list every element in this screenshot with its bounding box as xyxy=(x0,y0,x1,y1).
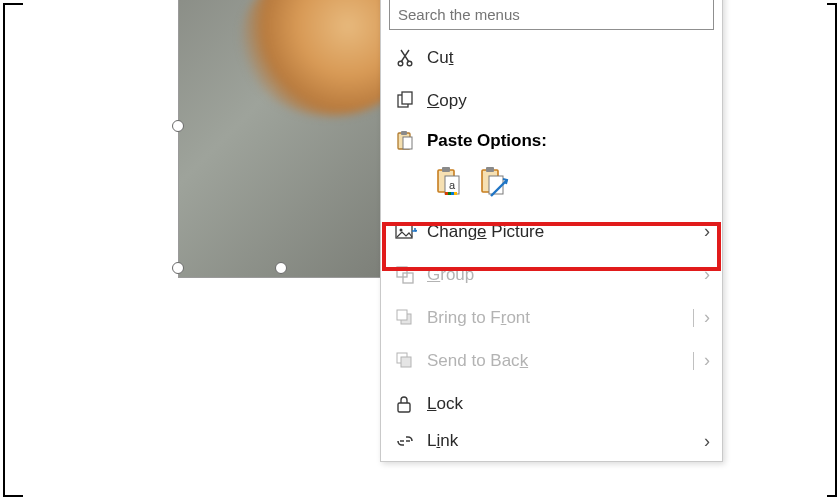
chevron-right-icon: › xyxy=(704,221,710,242)
resize-handle-bl[interactable] xyxy=(172,262,184,274)
copy-icon xyxy=(395,89,427,113)
link-icon xyxy=(395,429,427,453)
chevron-right-icon: › xyxy=(704,350,710,371)
menu-label: Cut xyxy=(427,48,710,68)
menu-item-copy[interactable]: Copy xyxy=(381,79,722,122)
menu-item-send-to-back: Send to Back › xyxy=(381,339,722,382)
svg-rect-12 xyxy=(448,192,451,195)
menu-item-cut[interactable]: Cut xyxy=(381,36,722,79)
svg-rect-6 xyxy=(403,137,412,149)
menu-item-link[interactable]: Link › xyxy=(381,425,722,457)
cut-icon xyxy=(395,46,427,70)
bring-to-front-icon xyxy=(395,306,427,330)
svg-rect-5 xyxy=(401,131,407,135)
menu-search-input[interactable] xyxy=(389,0,714,30)
menu-label: Bring to Front xyxy=(427,308,693,328)
chevron-right-icon: › xyxy=(704,431,710,452)
split-divider xyxy=(693,309,694,327)
menu-label: Link xyxy=(427,431,704,451)
svg-point-19 xyxy=(400,228,403,231)
svg-rect-21 xyxy=(403,273,413,283)
svg-rect-11 xyxy=(445,192,448,195)
menu-label: Change Picture xyxy=(427,222,704,242)
svg-rect-13 xyxy=(451,192,454,195)
menu-search-row xyxy=(381,0,722,36)
svg-rect-14 xyxy=(454,192,457,195)
paste-option-keep-source[interactable]: a xyxy=(435,166,465,198)
menu-item-group: Group › xyxy=(381,253,722,296)
svg-rect-8 xyxy=(442,167,450,172)
paste-option-picture[interactable] xyxy=(479,166,509,198)
menu-item-lock[interactable]: Lock xyxy=(381,382,722,425)
menu-label: Paste Options: xyxy=(427,131,710,151)
svg-rect-25 xyxy=(401,357,411,367)
resize-handle-bottom[interactable] xyxy=(275,262,287,274)
document-page: Cut Copy xyxy=(23,0,827,500)
chevron-right-icon: › xyxy=(704,264,710,285)
send-to-back-icon xyxy=(395,349,427,373)
svg-rect-20 xyxy=(397,267,407,277)
paste-icon xyxy=(395,129,427,153)
menu-label: Lock xyxy=(427,394,710,414)
svg-point-1 xyxy=(407,61,412,66)
lock-icon xyxy=(395,392,427,416)
svg-text:a: a xyxy=(449,179,456,191)
svg-point-0 xyxy=(398,61,403,66)
chevron-right-icon: › xyxy=(704,307,710,328)
svg-rect-26 xyxy=(398,403,410,412)
selected-picture[interactable] xyxy=(178,0,381,278)
menu-label: Copy xyxy=(427,91,710,111)
screenshot-frame: Cut Copy xyxy=(3,3,837,497)
menu-label: Group xyxy=(427,265,704,285)
menu-label: Send to Back xyxy=(427,351,693,371)
group-icon xyxy=(395,263,427,287)
change-picture-icon xyxy=(395,220,427,244)
resize-handle-left[interactable] xyxy=(172,120,184,132)
menu-item-change-picture[interactable]: Change Picture › xyxy=(381,210,722,253)
svg-rect-23 xyxy=(397,310,407,320)
menu-item-bring-to-front: Bring to Front › xyxy=(381,296,722,339)
context-menu: Cut Copy xyxy=(380,0,723,462)
svg-rect-3 xyxy=(402,92,412,104)
svg-rect-16 xyxy=(486,167,494,172)
paste-options-row: a xyxy=(381,160,722,210)
menu-item-paste-options: Paste Options: xyxy=(381,122,722,160)
split-divider xyxy=(693,352,694,370)
